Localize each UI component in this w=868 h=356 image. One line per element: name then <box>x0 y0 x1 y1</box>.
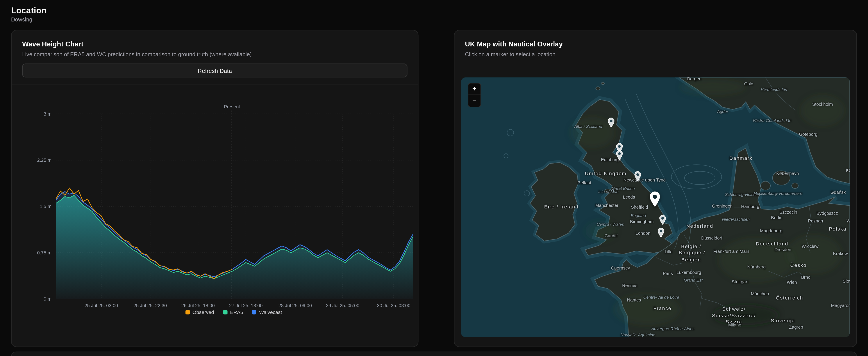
x-axis-tick: 28 Jul 25, 09:00 <box>279 303 312 307</box>
map-marker-selected[interactable] <box>650 191 660 207</box>
main-content: Wave Height Chart Live comparison of ERA… <box>11 30 857 347</box>
funen-island <box>761 181 770 190</box>
y-axis-tick: 1.5 m <box>40 204 52 209</box>
map-card-header: UK Map with Nautical Overlay Click on a … <box>455 30 857 58</box>
x-axis-tick: 27 Jul 25, 13:00 <box>229 303 263 307</box>
legend-swatch <box>252 310 256 314</box>
x-axis-tick: 26 Jul 25, 18:00 <box>181 303 215 307</box>
map-card-title: UK Map with Nautical Overlay <box>465 40 846 48</box>
y-axis-tick: 3 m <box>44 111 52 117</box>
x-axis-tick: 25 Jul 25, 03:00 <box>85 303 118 307</box>
legend-label: ERA5 <box>230 310 243 315</box>
chart-section: Present3 m2.25 m1.5 m0.75 m0 m25 Jul 25,… <box>11 84 418 315</box>
era5-area <box>56 195 413 299</box>
zealand-island <box>773 171 790 185</box>
wave-height-chart: Present3 m2.25 m1.5 m0.75 m0 m25 Jul 25,… <box>17 91 413 307</box>
legend-label: Observed <box>192 310 214 315</box>
x-axis-tick: 25 Jul 25, 22:30 <box>133 303 167 307</box>
page-subtitle: Dowsing <box>11 16 857 23</box>
y-axis-tick: 0 m <box>44 296 52 302</box>
legend-item-waivecast: Waivecast <box>252 310 282 315</box>
map-card-subtitle: Click on a marker to select a location. <box>465 51 846 58</box>
y-axis-tick: 2.25 m <box>37 157 52 163</box>
wave-card-header: Wave Height Chart Live comparison of ERA… <box>11 30 418 77</box>
map-marker[interactable] <box>657 228 664 238</box>
wave-card-subtitle: Live comparison of ERA5 and WC predictio… <box>22 51 407 58</box>
uk-map[interactable]: BergenOsloVärmlands länStockholmAgderVäs… <box>461 77 850 337</box>
below-fold-card-edge <box>11 351 857 356</box>
legend-swatch <box>223 310 227 314</box>
map-base-layer <box>461 77 850 337</box>
map-marker[interactable] <box>616 150 623 160</box>
x-axis-tick: 30 Jul 25, 08:00 <box>377 303 410 307</box>
present-label: Present <box>224 104 240 109</box>
map-marker[interactable] <box>659 215 666 225</box>
chart-legend: ObservedERA5Waivecast <box>11 310 418 315</box>
legend-item-era5: ERA5 <box>223 310 243 315</box>
page-header: Location Dowsing <box>0 0 868 23</box>
legend-item-observed: Observed <box>185 310 214 315</box>
isle-of-man-island <box>604 189 612 193</box>
zoom-in-button[interactable]: + <box>468 83 480 95</box>
map-card: UK Map with Nautical Overlay Click on a … <box>454 30 857 347</box>
wave-card-title: Wave Height Chart <box>22 40 407 48</box>
legend-swatch <box>185 310 190 314</box>
legend-label: Waivecast <box>259 310 282 315</box>
refresh-data-button[interactable]: Refresh Data <box>22 64 407 77</box>
ireland-landmass <box>530 163 578 241</box>
x-axis-tick: 29 Jul 25, 05:00 <box>326 303 360 307</box>
zoom-out-button[interactable]: − <box>468 95 480 107</box>
map-zoom-control: + − <box>468 83 481 107</box>
page-title: Location <box>11 5 857 15</box>
map-marker[interactable] <box>634 171 641 181</box>
wave-height-card: Wave Height Chart Live comparison of ERA… <box>11 30 418 347</box>
map-marker[interactable] <box>608 117 615 128</box>
dashboard: Location Dowsing Wave Height Chart Live … <box>0 0 868 356</box>
y-axis-tick: 0.75 m <box>37 250 52 255</box>
